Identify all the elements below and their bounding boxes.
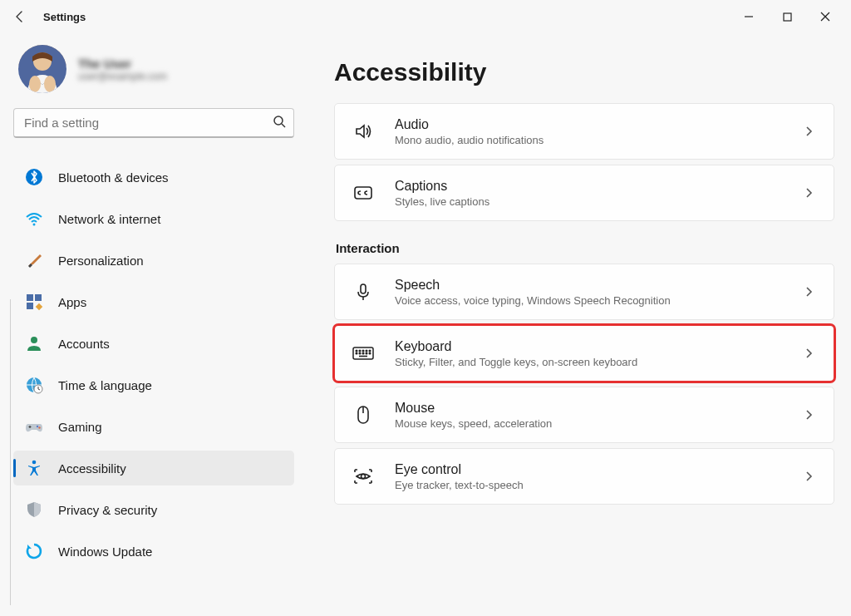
maximize-button[interactable] <box>768 3 806 30</box>
speaker-icon <box>352 120 375 143</box>
captions-icon <box>352 181 375 205</box>
svg-point-32 <box>366 352 367 354</box>
card-title: Keyboard <box>395 339 800 354</box>
sidebar-nav: Bluetooth & devices Network & internet P… <box>13 156 294 572</box>
card-title: Audio <box>395 117 800 132</box>
chevron-right-icon <box>800 468 817 485</box>
sidebar-item-label: Accounts <box>58 337 110 351</box>
wifi-icon <box>25 209 43 228</box>
svg-point-33 <box>369 352 371 354</box>
svg-rect-1 <box>784 13 791 21</box>
accessibility-icon <box>25 459 43 477</box>
card-title: Speech <box>395 278 800 293</box>
sidebar-item-label: Network & internet <box>58 212 160 226</box>
sidebar-item-label: Bluetooth & devices <box>58 170 169 185</box>
svg-line-7 <box>282 124 285 127</box>
search-input[interactable] <box>13 108 294 138</box>
eye-icon <box>352 465 375 488</box>
card-audio[interactable]: Audio Mono audio, audio notifications <box>334 103 834 160</box>
card-speech[interactable]: Speech Voice access, voice typing, Windo… <box>334 264 834 320</box>
chevron-right-icon <box>800 345 817 362</box>
keyboard-icon <box>352 342 375 365</box>
sidebar-item-network[interactable]: Network & internet <box>13 201 294 236</box>
card-eye-control[interactable]: Eye control Eye tracker, text-to-speech <box>334 448 834 505</box>
section-label: Interaction <box>336 241 834 255</box>
avatar <box>18 45 66 93</box>
profile-name: The User <box>78 57 167 71</box>
svg-point-18 <box>38 426 40 428</box>
profile-email: user@example.com <box>78 71 167 82</box>
card-subtitle: Styles, live captions <box>395 195 800 208</box>
sidebar-item-bluetooth[interactable]: Bluetooth & devices <box>13 160 294 195</box>
svg-point-17 <box>37 426 38 427</box>
svg-rect-20 <box>355 187 371 199</box>
svg-point-28 <box>369 350 371 352</box>
sidebar-item-time[interactable]: Time & language <box>13 367 294 402</box>
card-subtitle: Voice access, voice typing, Windows Spee… <box>395 294 800 307</box>
shield-icon <box>25 500 43 519</box>
minimize-icon <box>744 12 754 22</box>
sidebar-item-label: Privacy & security <box>58 503 157 517</box>
window-title: Settings <box>43 11 86 23</box>
chevron-right-icon <box>800 407 817 423</box>
svg-point-25 <box>359 350 361 352</box>
svg-rect-12 <box>27 303 33 309</box>
svg-point-14 <box>31 337 37 343</box>
sidebar-item-accessibility[interactable]: Accessibility <box>13 451 294 485</box>
titlebar: Settings <box>0 0 851 33</box>
sidebar-item-privacy[interactable]: Privacy & security <box>13 492 294 527</box>
svg-point-26 <box>362 350 364 352</box>
svg-point-31 <box>362 352 364 354</box>
minimize-button[interactable] <box>730 3 768 30</box>
apps-icon <box>25 293 43 311</box>
svg-point-37 <box>362 475 366 479</box>
card-subtitle: Mono audio, audio notifications <box>395 134 800 146</box>
sidebar-item-update[interactable]: Windows Update <box>13 534 294 569</box>
card-keyboard[interactable]: Keyboard Sticky, Filter, and Toggle keys… <box>334 325 834 382</box>
svg-point-6 <box>274 116 283 125</box>
update-icon <box>25 542 43 560</box>
page-title: Accessibility <box>334 58 834 86</box>
chevron-right-icon <box>800 123 817 140</box>
sidebar-item-label: Accessibility <box>58 461 126 476</box>
sidebar-item-personalization[interactable]: Personalization <box>13 243 294 278</box>
svg-point-27 <box>366 350 367 352</box>
svg-rect-11 <box>35 294 42 301</box>
sidebar-item-label: Windows Update <box>58 545 152 559</box>
sidebar-item-label: Gaming <box>58 420 102 434</box>
card-title: Captions <box>395 179 800 194</box>
mouse-icon <box>352 403 375 426</box>
brush-icon <box>25 251 43 269</box>
sidebar-item-label: Personalization <box>58 254 144 268</box>
card-subtitle: Mouse keys, speed, acceleration <box>395 417 800 430</box>
search-box[interactable] <box>13 108 294 138</box>
sidebar-item-apps[interactable]: Apps <box>13 284 294 319</box>
sidebar-item-label: Time & language <box>58 378 152 392</box>
sidebar-divider <box>10 299 11 605</box>
svg-rect-21 <box>361 284 366 293</box>
card-title: Eye control <box>395 462 800 477</box>
sidebar-item-accounts[interactable]: Accounts <box>13 326 294 361</box>
svg-rect-10 <box>27 294 33 301</box>
back-button[interactable] <box>7 3 33 30</box>
card-title: Mouse <box>395 401 800 416</box>
bluetooth-icon <box>25 168 43 186</box>
svg-point-4 <box>29 76 41 92</box>
window-controls <box>730 3 844 30</box>
chevron-right-icon <box>800 185 817 201</box>
card-mouse[interactable]: Mouse Mouse keys, speed, acceleration <box>334 387 834 443</box>
person-icon <box>25 334 43 352</box>
arrow-left-icon <box>13 10 27 23</box>
search-icon <box>273 115 286 131</box>
profile-block[interactable]: The User user@example.com <box>13 45 294 93</box>
maximize-icon <box>783 12 792 22</box>
card-captions[interactable]: Captions Styles, live captions <box>334 165 834 221</box>
clock-globe-icon <box>25 376 43 394</box>
svg-point-30 <box>359 352 361 354</box>
sidebar-item-gaming[interactable]: Gaming <box>13 409 294 444</box>
microphone-icon <box>352 280 375 303</box>
profile-text: The User user@example.com <box>78 57 167 82</box>
svg-point-5 <box>44 76 56 92</box>
close-button[interactable] <box>806 3 844 30</box>
card-subtitle: Sticky, Filter, and Toggle keys, on-scre… <box>395 356 800 368</box>
